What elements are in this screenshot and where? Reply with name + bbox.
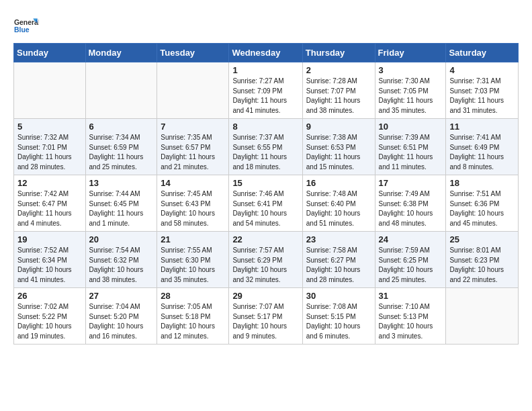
calendar-day-31: 31Sunrise: 7:10 AM Sunset: 5:13 PM Dayli… <box>375 288 446 345</box>
day-info: Sunrise: 8:01 AM Sunset: 6:23 PM Dayligh… <box>449 246 515 285</box>
day-info: Sunrise: 7:44 AM Sunset: 6:45 PM Dayligh… <box>89 189 154 228</box>
day-info: Sunrise: 7:27 AM Sunset: 7:09 PM Dayligh… <box>232 77 298 116</box>
day-info: Sunrise: 7:48 AM Sunset: 6:40 PM Dayligh… <box>306 189 371 228</box>
day-info: Sunrise: 7:46 AM Sunset: 6:41 PM Dayligh… <box>232 189 298 228</box>
day-number: 30 <box>306 291 371 301</box>
day-number: 6 <box>89 122 154 132</box>
calendar-day-13: 13Sunrise: 7:44 AM Sunset: 6:45 PM Dayli… <box>85 175 157 232</box>
weekday-header-saturday: Saturday <box>446 44 519 62</box>
calendar-table: SundayMondayTuesdayWednesdayThursdayFrid… <box>13 43 519 345</box>
calendar-day-9: 9Sunrise: 7:38 AM Sunset: 6:53 PM Daylig… <box>302 119 375 175</box>
day-number: 10 <box>379 122 443 132</box>
calendar-day-1: 1Sunrise: 7:27 AM Sunset: 7:09 PM Daylig… <box>229 62 302 119</box>
logo: General Blue <box>13 12 39 38</box>
logo-image: General Blue <box>13 12 39 38</box>
calendar-day-8: 8Sunrise: 7:37 AM Sunset: 6:55 PM Daylig… <box>229 119 302 175</box>
calendar-day-7: 7Sunrise: 7:35 AM Sunset: 6:57 PM Daylig… <box>157 119 229 175</box>
day-number: 11 <box>449 122 515 132</box>
day-info: Sunrise: 7:34 AM Sunset: 6:59 PM Dayligh… <box>89 133 154 172</box>
day-info: Sunrise: 7:39 AM Sunset: 6:51 PM Dayligh… <box>379 133 443 172</box>
calendar-day-5: 5Sunrise: 7:32 AM Sunset: 7:01 PM Daylig… <box>14 119 86 175</box>
day-info: Sunrise: 7:42 AM Sunset: 6:47 PM Dayligh… <box>17 189 82 228</box>
day-number: 13 <box>89 178 154 188</box>
weekday-header-wednesday: Wednesday <box>229 44 302 62</box>
day-info: Sunrise: 7:07 AM Sunset: 5:17 PM Dayligh… <box>232 302 298 341</box>
day-number: 4 <box>449 65 515 75</box>
calendar-day-3: 3Sunrise: 7:30 AM Sunset: 7:05 PM Daylig… <box>375 62 446 119</box>
day-number: 8 <box>232 122 298 132</box>
day-number: 17 <box>379 178 443 188</box>
day-number: 19 <box>17 234 82 244</box>
day-number: 16 <box>306 178 371 188</box>
calendar-day-19: 19Sunrise: 7:52 AM Sunset: 6:34 PM Dayli… <box>14 232 86 288</box>
day-number: 22 <box>232 234 298 244</box>
weekday-header-sunday: Sunday <box>14 44 86 62</box>
calendar-day-24: 24Sunrise: 7:59 AM Sunset: 6:25 PM Dayli… <box>375 232 446 288</box>
day-info: Sunrise: 7:08 AM Sunset: 5:15 PM Dayligh… <box>306 302 371 341</box>
calendar-week-row: 5Sunrise: 7:32 AM Sunset: 7:01 PM Daylig… <box>14 119 519 175</box>
day-number: 1 <box>232 65 298 75</box>
day-info: Sunrise: 7:38 AM Sunset: 6:53 PM Dayligh… <box>306 133 371 172</box>
calendar-day-27: 27Sunrise: 7:04 AM Sunset: 5:20 PM Dayli… <box>85 288 157 345</box>
day-info: Sunrise: 7:28 AM Sunset: 7:07 PM Dayligh… <box>306 77 371 116</box>
day-number: 12 <box>17 178 82 188</box>
day-number: 31 <box>379 291 443 301</box>
weekday-header-thursday: Thursday <box>302 44 375 62</box>
calendar-day-22: 22Sunrise: 7:57 AM Sunset: 6:29 PM Dayli… <box>229 232 302 288</box>
calendar-day-23: 23Sunrise: 7:58 AM Sunset: 6:27 PM Dayli… <box>302 232 375 288</box>
day-info: Sunrise: 7:55 AM Sunset: 6:30 PM Dayligh… <box>161 246 225 285</box>
day-info: Sunrise: 7:57 AM Sunset: 6:29 PM Dayligh… <box>232 246 298 285</box>
day-info: Sunrise: 7:32 AM Sunset: 7:01 PM Dayligh… <box>17 133 82 172</box>
day-info: Sunrise: 7:45 AM Sunset: 6:43 PM Dayligh… <box>161 189 225 228</box>
calendar-day-29: 29Sunrise: 7:07 AM Sunset: 5:17 PM Dayli… <box>229 288 302 345</box>
calendar-day-17: 17Sunrise: 7:49 AM Sunset: 6:38 PM Dayli… <box>375 175 446 232</box>
day-number: 20 <box>89 234 154 244</box>
calendar-day-16: 16Sunrise: 7:48 AM Sunset: 6:40 PM Dayli… <box>302 175 375 232</box>
calendar-week-row: 1Sunrise: 7:27 AM Sunset: 7:09 PM Daylig… <box>14 62 519 119</box>
calendar-day-30: 30Sunrise: 7:08 AM Sunset: 5:15 PM Dayli… <box>302 288 375 345</box>
calendar-empty-cell <box>446 288 519 345</box>
day-number: 21 <box>161 234 225 244</box>
day-info: Sunrise: 7:10 AM Sunset: 5:13 PM Dayligh… <box>379 302 443 341</box>
calendar-week-row: 26Sunrise: 7:02 AM Sunset: 5:22 PM Dayli… <box>14 288 519 345</box>
day-info: Sunrise: 7:30 AM Sunset: 7:05 PM Dayligh… <box>379 77 443 116</box>
day-number: 7 <box>161 122 225 132</box>
calendar-empty-cell <box>85 62 157 119</box>
day-number: 28 <box>161 291 225 301</box>
calendar-day-26: 26Sunrise: 7:02 AM Sunset: 5:22 PM Dayli… <box>14 288 86 345</box>
day-number: 18 <box>449 178 515 188</box>
day-info: Sunrise: 7:35 AM Sunset: 6:57 PM Dayligh… <box>161 133 225 172</box>
day-info: Sunrise: 7:02 AM Sunset: 5:22 PM Dayligh… <box>17 302 82 341</box>
calendar-day-20: 20Sunrise: 7:54 AM Sunset: 6:32 PM Dayli… <box>85 232 157 288</box>
calendar-header-row: SundayMondayTuesdayWednesdayThursdayFrid… <box>14 44 519 62</box>
calendar-day-4: 4Sunrise: 7:31 AM Sunset: 7:03 PM Daylig… <box>446 62 519 119</box>
day-info: Sunrise: 7:04 AM Sunset: 5:20 PM Dayligh… <box>89 302 154 341</box>
day-number: 26 <box>17 291 82 301</box>
calendar-empty-cell <box>14 62 86 119</box>
day-info: Sunrise: 7:52 AM Sunset: 6:34 PM Dayligh… <box>17 246 82 285</box>
calendar-day-12: 12Sunrise: 7:42 AM Sunset: 6:47 PM Dayli… <box>14 175 86 232</box>
calendar-day-14: 14Sunrise: 7:45 AM Sunset: 6:43 PM Dayli… <box>157 175 229 232</box>
day-number: 29 <box>232 291 298 301</box>
day-number: 15 <box>232 178 298 188</box>
day-number: 25 <box>449 234 515 244</box>
day-info: Sunrise: 7:37 AM Sunset: 6:55 PM Dayligh… <box>232 133 298 172</box>
svg-text:Blue: Blue <box>14 26 30 34</box>
calendar-day-28: 28Sunrise: 7:05 AM Sunset: 5:18 PM Dayli… <box>157 288 229 345</box>
calendar-day-15: 15Sunrise: 7:46 AM Sunset: 6:41 PM Dayli… <box>229 175 302 232</box>
day-number: 9 <box>306 122 371 132</box>
calendar-week-row: 12Sunrise: 7:42 AM Sunset: 6:47 PM Dayli… <box>14 175 519 232</box>
calendar-day-18: 18Sunrise: 7:51 AM Sunset: 6:36 PM Dayli… <box>446 175 519 232</box>
weekday-header-monday: Monday <box>85 44 157 62</box>
day-number: 24 <box>379 234 443 244</box>
day-number: 27 <box>89 291 154 301</box>
day-info: Sunrise: 7:54 AM Sunset: 6:32 PM Dayligh… <box>89 246 154 285</box>
calendar-day-10: 10Sunrise: 7:39 AM Sunset: 6:51 PM Dayli… <box>375 119 446 175</box>
day-number: 2 <box>306 65 371 75</box>
day-info: Sunrise: 7:05 AM Sunset: 5:18 PM Dayligh… <box>161 302 225 341</box>
weekday-header-friday: Friday <box>375 44 446 62</box>
day-number: 23 <box>306 234 371 244</box>
calendar-day-25: 25Sunrise: 8:01 AM Sunset: 6:23 PM Dayli… <box>446 232 519 288</box>
header: General Blue <box>13 12 519 38</box>
calendar-week-row: 19Sunrise: 7:52 AM Sunset: 6:34 PM Dayli… <box>14 232 519 288</box>
